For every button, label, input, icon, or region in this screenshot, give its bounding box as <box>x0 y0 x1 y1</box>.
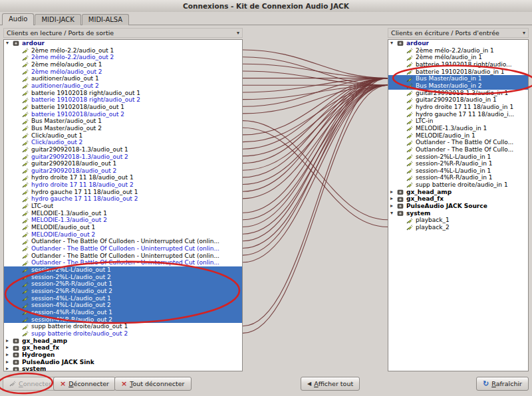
port-row[interactable]: session-4%R-R/audio_out 2 <box>4 316 242 324</box>
port-row[interactable]: batterie 19102018/audio_out 1 <box>4 104 242 111</box>
port-row[interactable]: 2ème mélo/audio_out 2 <box>4 68 242 76</box>
port-row[interactable]: Bus Master/audio_in 1 <box>388 75 528 82</box>
port-row[interactable]: hydro gauche 17 11 18/audio_out 2 <box>4 195 242 203</box>
port-row[interactable]: playback_1 <box>388 217 528 224</box>
port-row[interactable]: Outlander - The Battle Of Culloden - Uni… <box>4 245 242 252</box>
port-row[interactable]: guitar29092018/audio_out 1 <box>4 160 242 167</box>
expander-closed-icon[interactable]: ▸ <box>390 203 397 210</box>
port-row[interactable]: session-4%R-R/audio_out 1 <box>4 309 242 316</box>
output-tree[interactable]: ▾ardour2ème mélo-2.2/audio_out 12ème mél… <box>3 39 243 371</box>
port-row[interactable]: session-2%L-L/audio_out 1 <box>4 266 242 274</box>
port-row[interactable]: session-2%R-R/audio_in 1 <box>388 160 528 167</box>
port-row[interactable]: guitar29092018/audio_in 1 <box>388 96 528 104</box>
output-header-combo[interactable]: Clients en lecture / Ports de sortie ▾ <box>3 28 243 38</box>
client-row[interactable]: ▸gx_head_amp <box>388 189 528 196</box>
port-row[interactable]: MELODIE-1.3/audio_in 1 <box>388 125 528 132</box>
expander-closed-icon[interactable]: ▸ <box>6 351 13 359</box>
port-row[interactable]: batterie 19102018/audio_in 1 <box>388 68 528 76</box>
input-tree[interactable]: ▾ardour2ème mélo-2.2/audio_in 12ème mélo… <box>388 39 529 371</box>
port-row[interactable]: MELODIE/audio_out 1 <box>4 224 242 231</box>
port-row[interactable]: LTC-in <box>388 118 528 125</box>
port-row[interactable]: supp batterie droite/audio_in 1 <box>388 181 528 189</box>
port-row[interactable]: session-4%R-R/audio_in 1 <box>388 174 528 181</box>
port-row[interactable]: MELODIE-1.3/audio_out 2 <box>4 217 242 224</box>
refresh-button[interactable]: ↻ Rafraîchir <box>476 377 529 391</box>
expander-closed-icon[interactable]: ▸ <box>6 338 13 345</box>
port-row[interactable]: Outlander - The Battle Of Culloden - Uni… <box>4 252 242 260</box>
input-header-combo[interactable]: Clients en écriture / Ports d'entrée ▾ <box>388 28 529 38</box>
port-row[interactable]: Outlander - The Battle Of Cullo... <box>388 146 528 153</box>
port-row[interactable]: hydro gauche 17 11 18/audio_out 1 <box>4 189 242 196</box>
port-row[interactable]: session-2%R-R/audio_out 1 <box>4 280 242 288</box>
port-row[interactable]: session-4%L-L/audio_out 2 <box>4 302 242 309</box>
port-row[interactable]: 2ème mélo-2.2/audio_out 2 <box>4 54 242 61</box>
port-row[interactable]: Bus Master/audio_out 1 <box>4 118 242 125</box>
client-row[interactable]: ▸gx_head_fx <box>4 344 242 351</box>
port-row[interactable]: guitar29092018-1.3/audio_in 1 <box>388 90 528 97</box>
port-row[interactable]: Bus Master/audio_in 2 <box>388 82 528 90</box>
port-row[interactable]: MELODIE/audio_in 1 <box>388 132 528 140</box>
port-row[interactable]: hydro droite 17 11 18/audio_in 1 <box>388 104 528 111</box>
expander-open-icon[interactable]: ▾ <box>6 40 13 47</box>
port-row[interactable]: Click/audio_out 1 <box>4 132 242 140</box>
port-row[interactable]: 2ème mélo-2.2/audio_out 1 <box>4 47 242 54</box>
port-row[interactable]: batterie 19102018/audio_out 2 <box>4 111 242 118</box>
client-row[interactable]: ▾ardour <box>388 40 528 47</box>
expander-open-icon[interactable]: ▾ <box>390 210 397 217</box>
port-row[interactable]: playback_2 <box>388 224 528 231</box>
port-row[interactable]: session-4%L-L/audio_in 1 <box>388 167 528 175</box>
port-row[interactable]: session-4%L-L/audio_out 1 <box>4 295 242 302</box>
port-row[interactable]: supp batterie droite/audio_out 2 <box>4 330 242 338</box>
port-icon <box>22 76 29 82</box>
port-row[interactable]: session-2%R-R/audio_out 2 <box>4 288 242 295</box>
port-row[interactable]: session-2%L-L/audio_in 1 <box>388 153 528 161</box>
port-row[interactable]: hydro droite 17 11 18/audio_out 2 <box>4 181 242 189</box>
expander-closed-icon[interactable]: ▸ <box>6 344 13 351</box>
disconnect-button[interactable]: × Déconnecter <box>53 377 116 391</box>
port-row[interactable]: hydro gauche 17 11 18/audio_i... <box>388 111 528 118</box>
titlebar[interactable]: Connexions - Kit de Connexion Audio JACK <box>0 0 532 13</box>
port-row[interactable]: batterie 19102018 right/audio_out 2 <box>4 96 242 104</box>
client-row[interactable]: ▾ardour <box>4 40 242 47</box>
port-row[interactable]: batterie 19102018 right/audio_out 1 <box>4 90 242 97</box>
port-row[interactable]: Outlander - The Battle Of Culloden - Uni… <box>4 259 242 266</box>
port-row[interactable]: guitar29092018-1.3/audio_out 1 <box>4 146 242 153</box>
tab-midi-alsa[interactable]: MIDI-ALSA <box>82 14 129 25</box>
connect-button[interactable]: Connecter <box>3 377 58 391</box>
disconnect-all-button[interactable]: × Tout déconnecter <box>114 377 192 391</box>
port-row[interactable]: auditioner/audio_out 1 <box>4 75 242 82</box>
port-row[interactable]: 2ème mélo/audio_out 1 <box>4 61 242 68</box>
tab-midi-jack[interactable]: MIDI-JACK <box>35 14 80 25</box>
expander-open-icon[interactable]: ▾ <box>390 40 397 47</box>
port-row[interactable]: supp batterie droite/audio_out 1 <box>4 323 242 330</box>
port-row[interactable]: Outlander - The Battle Of Culloden - Uni… <box>4 238 242 245</box>
expander-closed-icon[interactable]: ▸ <box>6 359 13 366</box>
client-row[interactable]: ▾system <box>388 210 528 217</box>
client-row[interactable]: ▸gx_head_fx <box>388 195 528 203</box>
show-all-button[interactable]: ◀ Afficher tout <box>301 377 360 391</box>
port-row[interactable]: MELODIE/audio_out 2 <box>4 231 242 239</box>
client-row[interactable]: ▸Hydrogen <box>4 351 242 359</box>
client-row[interactable]: ▸system <box>4 365 242 371</box>
port-row[interactable]: LTC-out <box>4 203 242 210</box>
expander-closed-icon[interactable]: ▸ <box>6 365 13 371</box>
port-row[interactable]: Click/audio_out 2 <box>4 139 242 146</box>
port-row[interactable]: MELODIE-1.3/audio_out 1 <box>4 210 242 217</box>
port-icon-wrap <box>406 97 413 104</box>
port-row[interactable]: guitar29092018-1.3/audio_out 2 <box>4 153 242 161</box>
client-row[interactable]: ▸gx_head_amp <box>4 338 242 345</box>
port-row[interactable]: guitar29092018/audio_out 2 <box>4 167 242 175</box>
client-row[interactable]: ▸PulseAudio JACK Sink <box>4 359 242 366</box>
port-row[interactable]: batterie 19102018 right/audio... <box>388 61 528 68</box>
tab-audio[interactable]: Audio <box>2 13 34 25</box>
port-row[interactable]: auditioner/audio_out 2 <box>4 82 242 90</box>
expander-closed-icon[interactable]: ▸ <box>390 189 397 196</box>
client-row[interactable]: ▸PulseAudio JACK Source <box>388 203 528 210</box>
port-row[interactable]: 2ème mélo-2.2/audio_in 1 <box>388 47 528 54</box>
port-row[interactable]: Bus Master/audio_out 2 <box>4 125 242 132</box>
expander-closed-icon[interactable]: ▸ <box>390 195 397 203</box>
port-row[interactable]: Outlander - The Battle Of Cullo... <box>388 139 528 146</box>
port-row[interactable]: 2ème mélo/audio_in 1 <box>388 54 528 61</box>
port-row[interactable]: hydro droite 17 11 18/audio_out 1 <box>4 174 242 181</box>
port-row[interactable]: session-2%L-L/audio_out 2 <box>4 274 242 281</box>
